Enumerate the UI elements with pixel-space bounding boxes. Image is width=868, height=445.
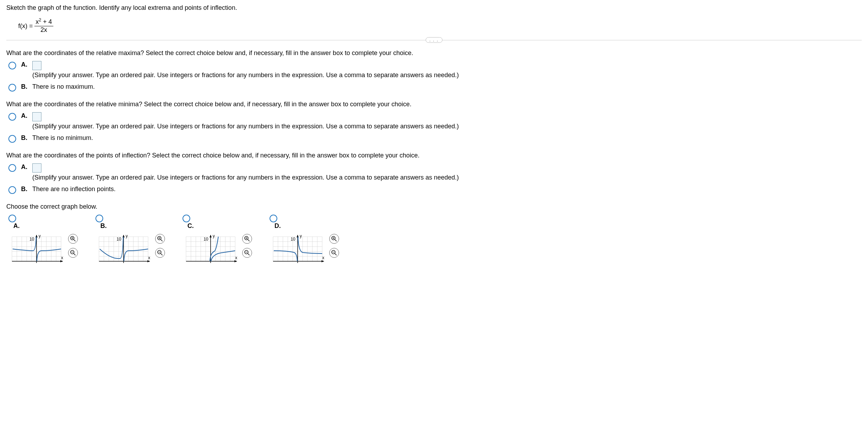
y-axis-label: y (126, 234, 128, 238)
zoom-out-icon[interactable] (329, 248, 339, 258)
formula-denominator: 2x (39, 26, 48, 34)
zoom-in-icon[interactable] (242, 234, 252, 244)
choice-letter: C. (187, 222, 248, 230)
svg-marker-102 (322, 260, 324, 262)
radio-q2-a[interactable] (8, 113, 16, 121)
choice-letter: A. (21, 112, 28, 120)
choice-text: There is no minimum. (32, 134, 862, 142)
y-tick: 10 (291, 237, 296, 242)
formula-numerator: x2 + 4 (34, 19, 54, 26)
function-formula: f(x) = x2 + 4 2x (18, 19, 862, 34)
question-maxima: What are the coordinates of the relative… (6, 49, 862, 57)
svg-marker-48 (122, 235, 125, 237)
svg-marker-76 (210, 235, 212, 237)
x-axis-label: x (235, 255, 237, 260)
y-tick: 10 (117, 237, 121, 242)
answer-input-q2[interactable] (32, 112, 41, 121)
svg-line-106 (335, 240, 337, 241)
answer-input-q1[interactable] (32, 61, 41, 70)
question-prompt: Sketch the graph of the function. Identi… (6, 4, 862, 12)
svg-line-50 (161, 240, 163, 241)
svg-marker-46 (147, 260, 150, 262)
radio-q2-b[interactable] (8, 135, 16, 143)
choice-letter: A. (21, 61, 28, 68)
graph-thumbnail-d[interactable]: y x 10 (270, 233, 339, 265)
choice-letter: D. (274, 222, 335, 230)
svg-marker-74 (234, 260, 237, 262)
question-graph: Choose the correct graph below. (6, 203, 862, 210)
expand-icon[interactable]: . . . (425, 37, 443, 43)
choice-letter: B. (21, 83, 28, 90)
choice-text: There are no inflection points. (32, 186, 862, 193)
svg-line-26 (74, 254, 75, 255)
radio-graph-a[interactable] (8, 215, 16, 222)
svg-marker-18 (60, 260, 63, 262)
question-minima: What are the coordinates of the relative… (6, 101, 862, 108)
svg-marker-20 (35, 235, 38, 237)
hint-text: (Simplify your answer. Type an ordered p… (32, 72, 862, 79)
x-axis-label: x (61, 255, 63, 260)
svg-line-78 (248, 240, 250, 241)
zoom-in-icon[interactable] (68, 234, 78, 244)
choice-letter: B. (100, 222, 161, 230)
choice-letter: B. (21, 134, 28, 142)
graph-thumbnail-b[interactable]: y x 10 (95, 233, 165, 265)
x-axis-label: x (148, 255, 150, 260)
radio-graph-d[interactable] (270, 215, 277, 222)
y-axis-label: y (300, 234, 302, 238)
x-axis-label: x (322, 255, 324, 260)
zoom-in-icon[interactable] (329, 234, 339, 244)
formula-lhs: f(x) = (18, 22, 33, 30)
divider: . . . (6, 40, 862, 40)
graph-thumbnail-c[interactable]: y x 10 (183, 233, 252, 265)
svg-line-54 (161, 254, 163, 255)
svg-line-82 (248, 254, 250, 255)
radio-q3-a[interactable] (8, 164, 16, 172)
zoom-out-icon[interactable] (155, 248, 165, 258)
hint-text: (Simplify your answer. Type an ordered p… (32, 123, 862, 130)
zoom-in-icon[interactable] (155, 234, 165, 244)
choice-letter: B. (21, 186, 28, 193)
svg-line-22 (74, 240, 75, 241)
radio-q3-b[interactable] (8, 186, 16, 194)
choice-letter: A. (13, 222, 74, 230)
answer-input-q3[interactable] (32, 163, 41, 173)
svg-line-110 (335, 254, 337, 255)
svg-marker-104 (297, 235, 299, 237)
radio-graph-b[interactable] (95, 215, 103, 222)
choice-text: There is no maximum. (32, 83, 862, 90)
y-tick: 10 (29, 237, 34, 242)
zoom-out-icon[interactable] (242, 248, 252, 258)
y-axis-label: y (213, 234, 215, 238)
y-axis-label: y (39, 234, 41, 238)
question-inflection: What are the coordinates of the points o… (6, 152, 862, 159)
hint-text: (Simplify your answer. Type an ordered p… (32, 174, 862, 181)
radio-q1-a[interactable] (8, 62, 16, 69)
y-tick: 10 (204, 237, 208, 242)
radio-q1-b[interactable] (8, 84, 16, 92)
radio-graph-c[interactable] (183, 215, 190, 222)
zoom-out-icon[interactable] (68, 248, 78, 258)
graph-thumbnail-a[interactable]: y x 10 (8, 233, 78, 265)
choice-letter: A. (21, 163, 28, 171)
